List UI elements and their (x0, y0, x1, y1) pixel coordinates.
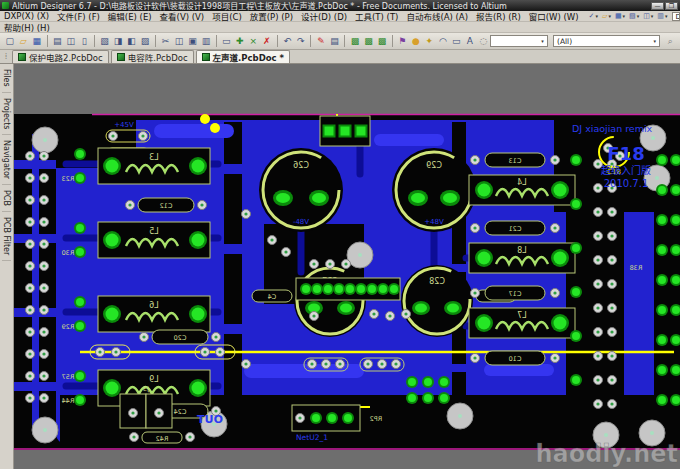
inductor-l7[interactable]: L7 (469, 308, 575, 338)
clear-filter-button[interactable]: ✗ (260, 34, 274, 48)
arc-button[interactable]: ◠ (436, 34, 450, 48)
menu-window[interactable]: 窗口(W) (W) (525, 10, 583, 22)
svg-text:C4: C4 (268, 293, 277, 301)
panel-tab-pcb-filter[interactable]: PCB Filter (2, 212, 11, 261)
layer-combo[interactable]: ▾ (490, 35, 548, 47)
terminal-block[interactable] (320, 114, 370, 146)
interactive-route-button[interactable]: ✎ (314, 34, 328, 48)
menu-design[interactable]: 设计(D) (D) (297, 10, 351, 22)
quick-check-button[interactable]: ✓▾ (587, 12, 600, 20)
search-icon[interactable]: ⌕ (664, 34, 678, 48)
flag-button[interactable]: ⚑ (396, 34, 410, 48)
fill-button[interactable]: ▭ (450, 34, 464, 48)
sip-resistor-array[interactable] (296, 278, 400, 300)
print-preview-button[interactable]: ◫ (64, 34, 78, 48)
menu-edit[interactable]: 编辑(E) (E) (104, 10, 156, 22)
tab-protect-circuit[interactable]: 保护电路2.PcbDoc (12, 50, 109, 63)
copy-button[interactable]: ◫ (172, 34, 186, 48)
menu-tools[interactable]: 工具(T) (T) (351, 10, 402, 22)
pcb-3d-button[interactable]: ▩ (362, 34, 376, 48)
tab-cap-array[interactable]: 电容阵.PcbDoc (111, 50, 194, 63)
big-capacitor-c29[interactable]: C29 +48V (392, 148, 476, 232)
zoom-in-button[interactable]: ◧ (125, 34, 139, 48)
inductor-l4[interactable]: L4 (469, 175, 575, 205)
string-button[interactable]: A (463, 34, 477, 48)
svg-text:C10: C10 (509, 355, 522, 363)
select-area-button[interactable]: ▭ (220, 34, 234, 48)
svg-text:C26: C26 (293, 161, 309, 170)
inductor-l8[interactable]: L8 (469, 243, 575, 273)
menu-project[interactable]: 项目(C) (208, 10, 246, 22)
menu-file[interactable]: 文件(F) (F) (53, 10, 104, 22)
silkscreen-author: DJ xiaojian remix (572, 123, 653, 134)
quick-grid-button[interactable]: ▥▾ (655, 12, 669, 20)
silkscreen-date: 2010.7.1 (604, 178, 649, 189)
pcb-rules-button[interactable]: ▩ (375, 34, 389, 48)
restore-button[interactable]: ❐ (665, 2, 678, 10)
quick-view-button[interactable]: ◫▾ (641, 12, 655, 20)
paste-button[interactable]: ▣ (186, 34, 200, 48)
tab-left-channel[interactable]: 左声道.PcbDoc * (196, 50, 290, 63)
menu-help[interactable]: 帮助(H) (H) (0, 21, 54, 33)
filter-combo[interactable]: (All)▾ (553, 35, 660, 47)
menu-bar: DXP(X) (X) 文件(F) (F) 编辑(E) (E) 查看(V) (V)… (0, 11, 680, 22)
undo-button[interactable]: ↶ (280, 34, 294, 48)
svg-text:C12: C12 (160, 202, 173, 210)
open-button[interactable]: ▱ (17, 34, 31, 48)
menu-autoroute[interactable]: 自动布线(A) (A) (402, 10, 472, 22)
browse-library-button[interactable]: ▤ (328, 34, 342, 48)
resistor-label: R30 (62, 249, 75, 257)
svg-text:C29: C29 (426, 161, 442, 170)
rail-top-label: +45V (114, 121, 134, 129)
move-button[interactable]: ✚ (233, 34, 247, 48)
new-button[interactable]: ▢ (3, 34, 17, 48)
save-button[interactable]: ▦ (30, 34, 44, 48)
panel-tab-pcb[interactable]: PCB (2, 185, 11, 212)
svg-text:L6: L6 (149, 301, 159, 310)
tabbar-gripper-icon[interactable]: ⁞ (0, 50, 12, 63)
view-fit-button[interactable]: ▧ (98, 34, 112, 48)
quick-save-button[interactable]: ▦▾ (613, 12, 627, 20)
zoom-out-button[interactable]: ▨ (138, 34, 152, 48)
pcb-canvas[interactable]: +45V R23 R30 R29 R57 R44 L3 L5 (14, 64, 680, 469)
via-button[interactable]: ✦ (423, 34, 437, 48)
rail-pos-label: +48V (424, 218, 444, 226)
silkscreen-edition: 超级入门版 (601, 164, 651, 176)
big-capacitor-c27[interactable]: C27 (294, 265, 366, 337)
document-path-combo[interactable]: D:\电路板设计软件\装载设计\1998项目工程▾ (672, 12, 680, 21)
panel-tab-projects[interactable]: Projects (2, 93, 11, 136)
page-setup-button[interactable]: ▯ (77, 34, 91, 48)
panel-tab-navigator[interactable]: Navigator (2, 135, 11, 185)
pcb-wizard-button[interactable]: ▩ (348, 34, 362, 48)
room-button[interactable]: ◌ (477, 34, 491, 48)
menu-bar-row2: 帮助(H) (H) (0, 22, 680, 33)
panel-tab-strip: Files Projects Navigator PCB PCB Filter (0, 64, 14, 469)
print-button[interactable]: ▤ (50, 34, 64, 48)
panel-tab-files[interactable]: Files (2, 64, 11, 93)
quick-layer-button[interactable]: ▧▾ (627, 12, 641, 20)
resistor-label: R23 (62, 175, 75, 183)
altium-designer-window: Altium Designer 6.7 - D:\电路板设计软件\装载设计199… (0, 0, 680, 469)
big-capacitor-c28[interactable]: C28 (401, 265, 473, 337)
pad-button[interactable]: ● (409, 34, 423, 48)
svg-text:C13: C13 (509, 157, 522, 165)
menu-place[interactable]: 放置(P) (P) (246, 10, 297, 22)
view-area-button[interactable]: ◨ (111, 34, 125, 48)
minimize-button[interactable]: — (651, 2, 664, 10)
svg-text:C24: C24 (174, 408, 187, 416)
menu-view[interactable]: 查看(V) (V) (156, 10, 209, 22)
deselect-button[interactable]: × (247, 34, 261, 48)
svg-text:L7: L7 (517, 311, 527, 320)
paste-special-button[interactable]: ▥ (199, 34, 213, 48)
silkscreen-model: F18 (607, 143, 644, 164)
cut-button[interactable]: ✂ (159, 34, 173, 48)
quick-open-button[interactable]: ▱▾ (600, 12, 613, 20)
svg-text:L3: L3 (149, 153, 159, 162)
svg-text:L4: L4 (517, 178, 527, 187)
menu-reports[interactable]: 报告(R) (R) (472, 10, 525, 22)
big-capacitor-c26[interactable]: C26 -48V (259, 148, 343, 232)
redo-button[interactable]: ↷ (294, 34, 308, 48)
pcb-doc-icon (18, 53, 26, 61)
menu-dxp[interactable]: DXP(X) (X) (0, 11, 53, 21)
capacitor-c4[interactable]: C4 (252, 290, 292, 302)
